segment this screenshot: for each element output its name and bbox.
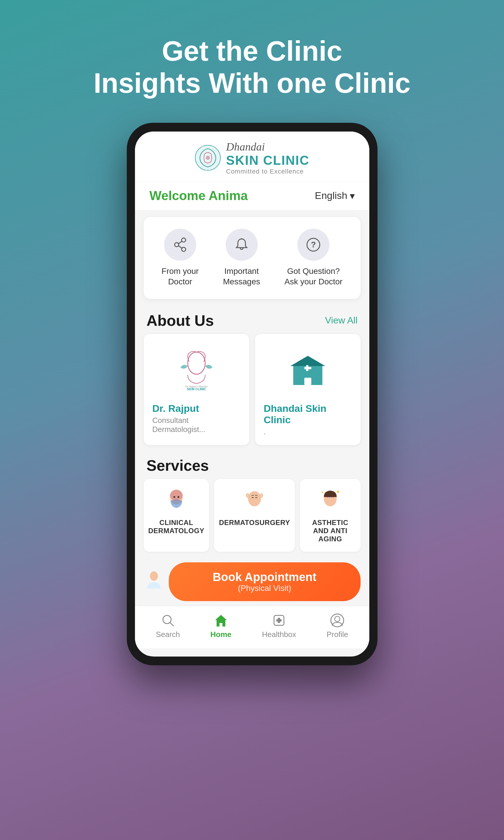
dr-rajput-logo-svg: SKIN CLINIC Dr. Rajput's Dhandai <box>173 347 220 394</box>
nav-search-label: Search <box>156 630 180 639</box>
svg-point-35 <box>335 616 340 622</box>
book-appointment-subtitle: (Physical Visit) <box>238 584 291 593</box>
services-title: Services <box>144 452 361 479</box>
healthbox-nav-icon <box>272 613 286 628</box>
nav-home-label: Home <box>211 630 231 639</box>
chevron-down-icon: ▾ <box>350 190 355 202</box>
svg-point-4 <box>175 243 179 247</box>
anti-aging-icon-svg: ✦ ✦ <box>319 488 342 511</box>
headline: Get the Clinic Insights With one Clinic <box>76 35 428 100</box>
phone-shell: Dhandai SKIN CLINIC Committed to Excelle… <box>127 123 377 665</box>
svg-line-5 <box>178 241 182 244</box>
about-us-section: About Us View All <box>135 306 369 452</box>
nav-healthbox[interactable]: Healthbox <box>262 613 296 639</box>
svg-text:✦: ✦ <box>336 489 340 494</box>
language-label: English <box>315 190 347 201</box>
service-clinical-label: CLINICALDERMATOLOGY <box>148 519 205 535</box>
logo-text: Dhandai SKIN CLINIC Committed to Excelle… <box>226 140 310 175</box>
svg-point-27 <box>150 571 158 581</box>
action-from-doctor-label: From yourDoctor <box>161 266 199 287</box>
search-nav-icon <box>161 613 175 628</box>
dermatosurgery-icon-svg <box>243 488 266 511</box>
app-content: Dhandai SKIN CLINIC Committed to Excelle… <box>135 132 369 657</box>
svg-line-29 <box>170 623 174 626</box>
share-icon <box>173 237 188 252</box>
action-important-messages[interactable]: ImportantMessages <box>223 229 260 287</box>
booking-icon <box>144 570 164 594</box>
clinic-card[interactable]: Dhandai Skin Clinic . <box>255 334 361 445</box>
svg-text:✦: ✦ <box>321 490 324 494</box>
logo-tagline: Committed to Excellence <box>226 168 310 175</box>
clinic-building-svg <box>285 347 331 394</box>
svg-point-20 <box>170 490 183 501</box>
booking-person-icon <box>144 570 164 590</box>
svg-rect-18 <box>304 378 311 385</box>
nav-search[interactable]: Search <box>156 613 180 639</box>
about-cards: SKIN CLINIC Dr. Rajput's Dhandai Dr. Raj… <box>135 334 369 452</box>
svg-text:?: ? <box>311 240 316 249</box>
book-appointment-area: Book Appointment (Physical Visit) <box>135 557 369 606</box>
service-dermatosurgery[interactable]: DERMATOSURGERY <box>214 479 295 552</box>
svg-point-1 <box>205 156 210 160</box>
action-ask-doctor[interactable]: ? Got Question?Ask your Doctor <box>285 229 343 287</box>
profile-nav-icon <box>330 613 345 628</box>
dr-rajput-logo: SKIN CLINIC Dr. Rajput's Dhandai <box>152 343 240 398</box>
language-selector[interactable]: English ▾ <box>315 190 355 202</box>
clinical-dermatology-icon <box>165 488 188 514</box>
nav-profile-label: Profile <box>326 630 348 639</box>
book-appointment-button[interactable]: Book Appointment (Physical Visit) <box>169 562 361 601</box>
svg-line-6 <box>178 246 182 248</box>
quick-actions-card: From yourDoctor ImportantMessages <box>144 217 361 299</box>
dermatosurgery-icon <box>243 488 266 514</box>
nav-home[interactable]: Home <box>211 613 231 639</box>
dr-rajput-name: Dr. Rajput <box>152 403 240 414</box>
action-ask-doctor-label: Got Question?Ask your Doctor <box>285 266 343 287</box>
svg-point-22 <box>178 496 179 498</box>
action-from-doctor[interactable]: From yourDoctor <box>161 229 199 287</box>
dr-rajput-subtitle: Consultant Dermatologist... <box>152 416 240 434</box>
welcome-text: Welcome Anima <box>149 188 248 203</box>
clinic-subtitle: . <box>264 427 352 436</box>
svg-point-2 <box>182 238 186 242</box>
about-us-header: About Us View All <box>135 306 369 334</box>
service-anti-aging[interactable]: ✦ ✦ ASTHETIC AND ANTIAGING <box>300 479 360 552</box>
bell-icon-circle <box>226 229 258 261</box>
clinic-name: Dhandai Skin Clinic <box>264 403 352 425</box>
nav-profile[interactable]: Profile <box>326 613 348 639</box>
dr-rajput-card[interactable]: SKIN CLINIC Dr. Rajput's Dhandai Dr. Raj… <box>144 334 249 445</box>
svg-point-3 <box>182 247 186 251</box>
service-anti-aging-label: ASTHETIC AND ANTIAGING <box>305 519 356 543</box>
bell-icon <box>234 237 249 252</box>
services-section: Services <box>135 452 369 557</box>
share-icon-circle <box>164 229 196 261</box>
svg-rect-33 <box>276 619 282 622</box>
headline-line1: Get the Clinic <box>162 35 342 67</box>
logo-area: Dhandai SKIN CLINIC Committed to Excelle… <box>195 140 310 175</box>
services-grid: CLINICALDERMATOLOGY <box>144 479 361 552</box>
home-nav-icon <box>214 613 228 628</box>
about-us-title: About Us <box>147 312 214 329</box>
clinical-icon-svg <box>165 488 188 511</box>
service-clinical-dermatology[interactable]: CLINICALDERMATOLOGY <box>144 479 209 552</box>
svg-rect-17 <box>306 365 308 371</box>
svg-text:Dr. Rajput's Dhandai: Dr. Rajput's Dhandai <box>185 385 208 388</box>
clinic-building-icon <box>264 343 352 398</box>
logo-bold: SKIN CLINIC <box>226 153 310 168</box>
about-us-view-all[interactable]: View All <box>325 315 357 326</box>
question-icon: ? <box>306 237 321 252</box>
welcome-bar: Welcome Anima English ▾ <box>135 181 369 210</box>
question-icon-circle: ? <box>297 229 329 261</box>
svg-point-21 <box>174 496 175 498</box>
nav-healthbox-label: Healthbox <box>262 630 296 639</box>
bottom-nav: Search Home Healthbox <box>135 606 369 648</box>
svg-point-23 <box>248 491 261 506</box>
service-dermatosurgery-label: DERMATOSURGERY <box>219 519 290 527</box>
clinic-logo-icon <box>195 145 221 171</box>
action-important-messages-label: ImportantMessages <box>223 266 260 287</box>
svg-marker-30 <box>215 615 227 627</box>
headline-line2: Insights With one Clinic <box>94 67 410 99</box>
logo-italic: Dhandai <box>226 140 310 153</box>
book-appointment-title: Book Appointment <box>213 571 316 584</box>
phone-screen: Dhandai SKIN CLINIC Committed to Excelle… <box>135 132 369 657</box>
anti-aging-icon: ✦ ✦ <box>319 488 342 514</box>
